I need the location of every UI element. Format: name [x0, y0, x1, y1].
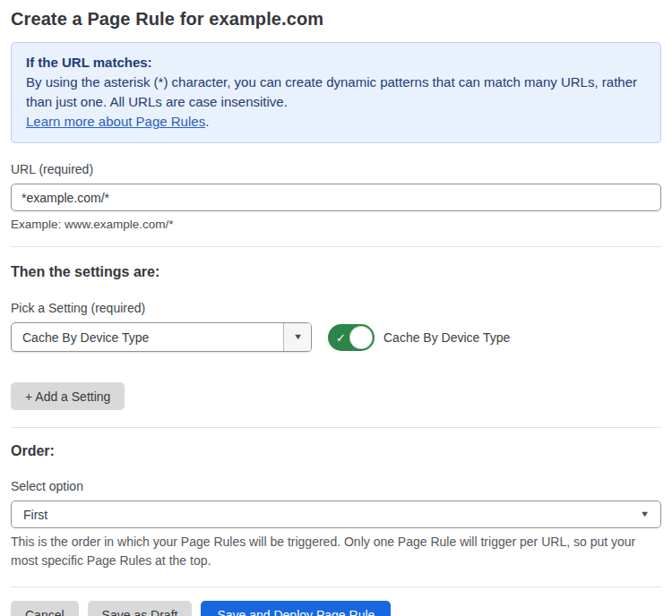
footer-actions: Cancel Save as Draft Save and Deploy Pag… — [11, 601, 661, 616]
order-section-heading: Order: — [11, 442, 661, 459]
check-icon: ✓ — [336, 330, 346, 344]
callout-link-line: Learn more about Page Rules. — [26, 112, 646, 132]
create-page-rule-form: Create a Page Rule for example.com If th… — [0, 0, 672, 616]
setting-picker-label: Pick a Setting (required) — [11, 301, 661, 316]
order-select[interactable]: First ▼ — [11, 500, 661, 528]
setting-toggle-group: ✓ Cache By Device Type — [328, 324, 510, 351]
url-input[interactable] — [11, 184, 661, 211]
save-and-deploy-button[interactable]: Save and Deploy Page Rule — [201, 601, 391, 616]
toggle-label: Cache By Device Type — [383, 330, 510, 345]
save-as-draft-button[interactable]: Save as Draft — [88, 601, 193, 616]
callout-link-suffix: . — [205, 114, 209, 129]
url-matches-callout: If the URL matches: By using the asteris… — [11, 42, 661, 143]
callout-heading: If the URL matches: — [26, 53, 646, 73]
add-setting-button[interactable]: + Add a Setting — [11, 382, 125, 410]
divider — [11, 427, 661, 428]
order-help-text: This is the order in which your Page Rul… — [11, 533, 652, 570]
setting-select[interactable]: Cache By Device Type ▼ — [11, 322, 312, 352]
chevron-down-icon: ▼ — [292, 333, 302, 341]
callout-body: By using the asterisk (*) character, you… — [26, 73, 646, 112]
url-field-label: URL (required) — [11, 162, 661, 177]
cancel-button[interactable]: Cancel — [11, 601, 79, 616]
url-example-hint: Example: www.example.com/* — [11, 218, 661, 231]
learn-more-link[interactable]: Learn more about Page Rules — [26, 114, 205, 129]
divider — [11, 246, 661, 247]
order-select-value: First — [23, 508, 641, 522]
order-select-label: Select option — [11, 479, 661, 494]
page-title: Create a Page Rule for example.com — [11, 7, 661, 30]
divider — [11, 586, 661, 587]
settings-section-heading: Then the settings are: — [11, 263, 661, 280]
toggle-knob — [349, 326, 373, 349]
setting-row: Cache By Device Type ▼ ✓ Cache By Device… — [11, 322, 661, 352]
setting-select-arrow-button[interactable]: ▼ — [283, 323, 311, 351]
cache-by-device-type-toggle[interactable]: ✓ — [328, 324, 375, 351]
setting-select-value: Cache By Device Type — [12, 323, 283, 351]
chevron-down-icon: ▼ — [640, 510, 650, 518]
